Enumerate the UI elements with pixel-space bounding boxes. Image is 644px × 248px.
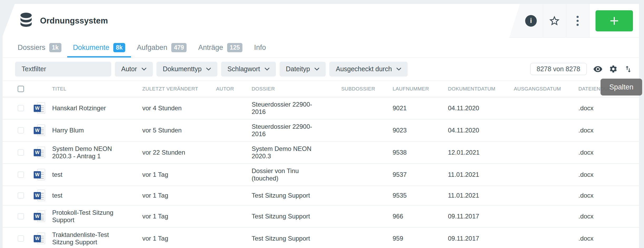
cell-dossier: Test Sitzung Support [249, 192, 339, 199]
table-row[interactable]: W Hanskarl Rotzinger vor 4 Stunden Steue… [3, 97, 639, 120]
plus-icon [609, 15, 620, 26]
table-body: W Hanskarl Rotzinger vor 4 Stunden Steue… [3, 97, 639, 248]
cell-titel: test [50, 192, 140, 199]
column-header-dossier[interactable]: DOSSIER [249, 86, 339, 92]
tab-aufgaben[interactable]: Aufgaben 479 [131, 38, 192, 57]
cell-laufnummer: 9021 [390, 104, 445, 112]
cell-zuletzt-veraendert: vor 1 Tag [140, 213, 213, 220]
row-checkbox[interactable] [18, 235, 24, 242]
tab-badge: 8k [113, 43, 125, 52]
column-header-dokumentdatum[interactable]: DOKUMENTDATUM [445, 86, 511, 92]
cell-titel: Harry Blum [50, 127, 140, 134]
sort-button[interactable] [624, 65, 632, 73]
cell-laufnummer: 9537 [390, 171, 445, 178]
row-checkbox[interactable] [18, 105, 24, 111]
cell-laufnummer: 966 [390, 213, 445, 220]
chevron-down-icon [396, 68, 401, 71]
cell-zuletzt-veraendert: vor 1 Tag [140, 171, 213, 178]
cell-laufnummer: 9538 [390, 149, 445, 156]
chevron-down-icon [265, 68, 270, 71]
eye-icon [593, 64, 603, 74]
visibility-button[interactable] [593, 64, 603, 74]
column-header-titel[interactable]: TITEL [50, 86, 140, 92]
filter-autor[interactable]: Autor [115, 62, 153, 77]
row-checkbox[interactable] [18, 127, 24, 133]
filter-schlagwort[interactable]: Schlagwort [221, 62, 276, 77]
textfilter-input[interactable] [15, 62, 111, 77]
column-header-autor[interactable]: AUTOR [213, 86, 249, 92]
cell-dossier: Steuerdossier 22900-2016 [249, 123, 339, 138]
table-row[interactable]: W test vor 1 Tag Dossier von Tinu (touch… [3, 164, 639, 186]
cell-dokumentdatum: 11.01.2021 [445, 171, 511, 178]
word-document-icon: W [34, 102, 46, 114]
row-checkbox[interactable] [18, 171, 24, 178]
tab-info[interactable]: Info [248, 38, 272, 57]
tab-badge: 1k [49, 43, 61, 52]
tab-badge: 125 [227, 43, 242, 52]
info-button[interactable]: i [525, 4, 537, 37]
word-document-icon: W [34, 169, 46, 181]
word-document-icon: W [34, 232, 46, 245]
filter-bar: Autor Dokumenttyp Schlagwort Dateityp Au… [3, 58, 639, 80]
cell-dateiendung: .docx [576, 149, 639, 156]
more-menu-button[interactable] [574, 4, 582, 37]
row-checkbox[interactable] [18, 149, 24, 156]
column-header-laufnummer[interactable]: LAUFNUMMER [390, 86, 445, 92]
filter-dateityp[interactable]: Dateityp [280, 62, 326, 77]
filter-ausgecheckt-durch[interactable]: Ausgecheckt durch [329, 62, 408, 77]
cell-dokumentdatum: 09.11.2017 [445, 213, 511, 220]
table-header: TITEL ZULETZT VERÄNDERT AUTOR DOSSIER SU… [3, 80, 639, 97]
info-icon: i [525, 15, 537, 27]
cell-titel: System Demo NEON 2020.3 - Antrag 1 [50, 145, 140, 160]
column-header-subdossier[interactable]: SUBDOSSIER [339, 86, 390, 92]
gear-icon [609, 65, 618, 73]
row-checkbox[interactable] [18, 192, 24, 199]
cell-dokumentdatum: 09.11.2017 [445, 235, 511, 242]
column-header-ausgangsdatum[interactable]: AUSGANGSDATUM [511, 86, 576, 92]
filter-dokumenttyp[interactable]: Dokumenttyp [157, 62, 217, 77]
settings-button[interactable] [609, 65, 618, 73]
sort-arrows-icon [624, 65, 632, 73]
table-row[interactable]: W test vor 1 Tag Test Sitzung Support 95… [3, 186, 639, 206]
tab-bar: Dossiers 1k Dokumente 8k Aufgaben 479 An… [3, 38, 639, 58]
table-tools: 8278 von 8278 [530, 63, 632, 75]
cell-titel: Traktandenliste-Test Sitzung Support [50, 231, 140, 246]
favorite-button[interactable] [548, 4, 561, 37]
table-row[interactable]: W Harry Blum vor 5 Stunden Steuerdossier… [3, 120, 639, 142]
cell-zuletzt-veraendert: vor 5 Stunden [140, 127, 213, 134]
cell-dateiendung: .docx [576, 235, 639, 242]
table-row[interactable]: W System Demo NEON 2020.3 - Antrag 1 vor… [3, 142, 639, 164]
star-icon [548, 15, 560, 27]
cell-dossier: System Demo NEON 2020.3 [249, 145, 339, 160]
table-row[interactable]: W Protokoll-Test Sitzung Support vor 1 T… [3, 206, 639, 228]
cell-laufnummer: 9023 [390, 127, 445, 134]
cell-laufnummer: 959 [390, 235, 445, 242]
main-card: Ordnungssystem i Dossiers [3, 4, 639, 248]
cell-dateiendung: .docx [576, 104, 639, 112]
cell-dokumentdatum: 04.11.2020 [445, 104, 511, 112]
cell-dokumentdatum: 04.11.2020 [445, 127, 511, 134]
cell-laufnummer: 9535 [390, 192, 445, 199]
cell-titel: Hanskarl Rotzinger [50, 104, 140, 112]
cell-dokumentdatum: 11.01.2021 [445, 192, 511, 199]
cell-titel: test [50, 171, 140, 178]
column-header-zuletzt-veraendert[interactable]: ZULETZT VERÄNDERT [140, 86, 213, 92]
header-actions: i [509, 4, 639, 38]
tab-antraege[interactable]: Anträge 125 [192, 38, 248, 57]
tab-dokumente[interactable]: Dokumente 8k [67, 38, 131, 57]
cell-zuletzt-veraendert: vor 22 Stunden [140, 149, 213, 156]
cell-zuletzt-veraendert: vor 1 Tag [140, 235, 213, 242]
row-checkbox[interactable] [18, 213, 24, 220]
cell-dateiendung: .docx [576, 171, 639, 178]
spalten-tooltip: Spalten [601, 79, 642, 96]
cell-zuletzt-veraendert: vor 1 Tag [140, 192, 213, 199]
table-row[interactable]: W Traktandenliste-Test Sitzung Support v… [3, 228, 639, 248]
cell-dossier: Test Sitzung Support [249, 213, 339, 220]
cell-dateiendung: .docx [576, 127, 639, 134]
result-count: 8278 von 8278 [530, 63, 587, 75]
select-all-checkbox[interactable] [18, 86, 24, 92]
cell-dossier: Test Sitzung Support [249, 235, 339, 242]
add-button[interactable] [596, 10, 633, 31]
tab-dossiers[interactable]: Dossiers 1k [12, 38, 67, 57]
word-document-icon: W [34, 189, 46, 202]
